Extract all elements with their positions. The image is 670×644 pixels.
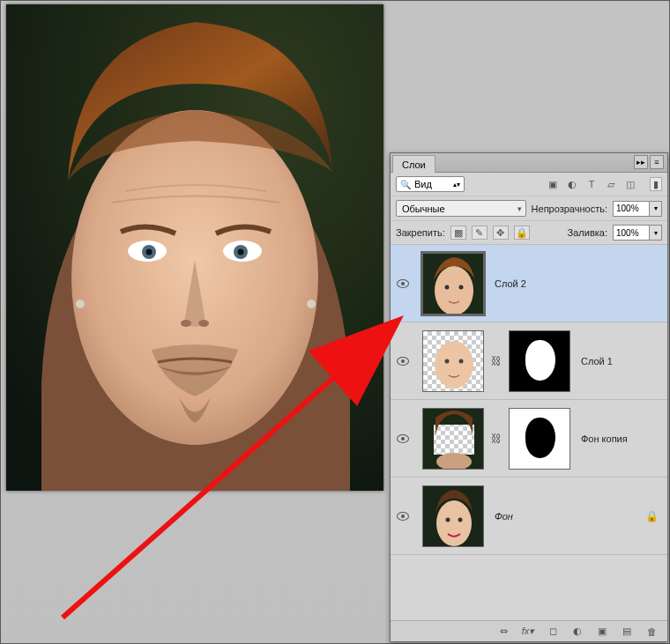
svg-point-16 [435, 341, 473, 389]
filter-label: Вид [414, 179, 432, 189]
svg-point-10 [76, 300, 85, 308]
svg-point-25 [436, 500, 472, 546]
svg-point-13 [435, 266, 473, 315]
svg-point-26 [446, 517, 450, 522]
lock-label: Закрепить: [396, 227, 445, 238]
image-filter-icon[interactable]: ▣ [546, 177, 560, 191]
smart-filter-icon[interactable]: ◫ [623, 177, 637, 191]
visibility-toggle-icon[interactable] [397, 512, 409, 521]
lock-brush-icon[interactable]: ✎ [472, 226, 488, 240]
visibility-toggle-icon[interactable] [397, 434, 409, 443]
mask-link-icon[interactable]: ⛓ [491, 428, 502, 449]
layer-thumbnail[interactable] [422, 253, 484, 315]
lock-icon: 🔒 [645, 510, 659, 522]
blend-mode-dropdown[interactable]: Обычные [396, 200, 526, 217]
opacity-label: Непрозрачность: [532, 204, 607, 214]
svg-point-11 [307, 300, 316, 308]
layer-name-label[interactable]: Фон [495, 511, 513, 522]
document-canvas[interactable] [6, 4, 383, 491]
layer-thumbnail[interactable] [422, 330, 484, 392]
layer-row[interactable]: Слой 2 [391, 245, 667, 322]
svg-point-14 [445, 285, 450, 289]
lock-pixels-icon[interactable]: ▩ [450, 226, 466, 240]
panel-tabbar: Слои ▸▸ ≡ [391, 153, 667, 173]
layer-thumbnail[interactable] [422, 485, 484, 547]
svg-point-7 [238, 249, 244, 255]
filter-toggle-icon[interactable]: ▮ [650, 177, 662, 191]
mask-link-icon[interactable]: ⛓ [491, 351, 502, 372]
svg-rect-21 [423, 409, 434, 470]
lock-position-icon[interactable]: ✥ [493, 226, 509, 240]
layer-thumbnail[interactable] [422, 408, 484, 470]
layer-row[interactable]: ⛓ Слой 1 [391, 322, 667, 400]
link-layers-icon[interactable]: ⇔ [496, 625, 510, 639]
svg-point-6 [146, 249, 153, 255]
layer-search-row: 🔍 Вид ▴▾ ▣ ◐ T ▱ ◫ ▮ [391, 173, 667, 196]
shape-filter-icon[interactable]: ▱ [604, 177, 618, 191]
layer-name-label[interactable]: Слой 1 [581, 356, 613, 366]
adjust-filter-icon[interactable]: ◐ [565, 177, 579, 191]
svg-rect-22 [474, 409, 484, 470]
layers-panel-footer: ⇔ fx▾ ◻ ◐ ▣ ▤ 🗑 [391, 620, 667, 641]
type-filter-icon[interactable]: T [584, 177, 599, 191]
svg-point-8 [181, 320, 191, 327]
layer-filter-dropdown[interactable]: 🔍 Вид ▴▾ [396, 176, 465, 192]
group-icon[interactable]: ▣ [595, 625, 609, 639]
lock-fill-row: Закрепить: ▩ ✎ ✥ 🔒 Заливка: 100% ▾ [391, 221, 667, 245]
app-workspace: Слои ▸▸ ≡ 🔍 Вид ▴▾ ▣ ◐ T ▱ ◫ ▮ Обы [0, 0, 670, 644]
blend-mode-value: Обычные [402, 204, 445, 214]
blend-opacity-row: Обычные Непрозрачность: 100% ▾ [391, 196, 667, 221]
chevron-updown-icon: ▴▾ [453, 181, 460, 189]
adjustment-layer-icon[interactable]: ◐ [570, 625, 584, 639]
visibility-toggle-icon[interactable] [397, 279, 409, 288]
lock-all-icon[interactable]: 🔒 [514, 226, 530, 240]
visibility-toggle-icon[interactable] [397, 357, 409, 366]
layer-name-label[interactable]: Фон копия [581, 433, 628, 444]
tab-layers[interactable]: Слои [392, 155, 436, 173]
svg-point-9 [198, 320, 209, 327]
fill-label: Заливка: [568, 227, 607, 238]
new-layer-icon[interactable]: ▤ [620, 625, 634, 639]
opacity-input[interactable]: 100% [613, 201, 650, 217]
svg-point-18 [459, 359, 464, 363]
layer-name-label[interactable]: Слой 2 [495, 278, 526, 289]
layer-row[interactable]: ⛓ Фон копия [391, 400, 667, 477]
layer-mask-thumbnail[interactable] [509, 330, 570, 392]
add-mask-icon[interactable]: ◻ [546, 625, 560, 639]
composited-photo [6, 4, 383, 491]
panel-menu-icon[interactable]: ≡ [650, 155, 664, 169]
layers-panel: Слои ▸▸ ≡ 🔍 Вид ▴▾ ▣ ◐ T ▱ ◫ ▮ Обы [390, 152, 668, 642]
fx-icon[interactable]: fx▾ [521, 625, 535, 639]
layer-mask-thumbnail[interactable] [509, 408, 570, 470]
panel-collapse-icon[interactable]: ▸▸ [634, 155, 648, 169]
layers-list: Слой 2 ⛓ Слой 1 [391, 245, 667, 620]
layer-row[interactable]: Фон 🔒 [391, 477, 667, 555]
svg-point-15 [459, 285, 464, 289]
fill-input[interactable]: 100% [613, 225, 650, 241]
svg-point-27 [458, 517, 463, 522]
trash-icon[interactable]: 🗑 [644, 625, 659, 639]
search-icon: 🔍 [400, 180, 411, 189]
svg-point-17 [445, 359, 450, 363]
opacity-dropdown-icon[interactable]: ▾ [650, 201, 662, 217]
fill-dropdown-icon[interactable]: ▾ [650, 225, 662, 241]
